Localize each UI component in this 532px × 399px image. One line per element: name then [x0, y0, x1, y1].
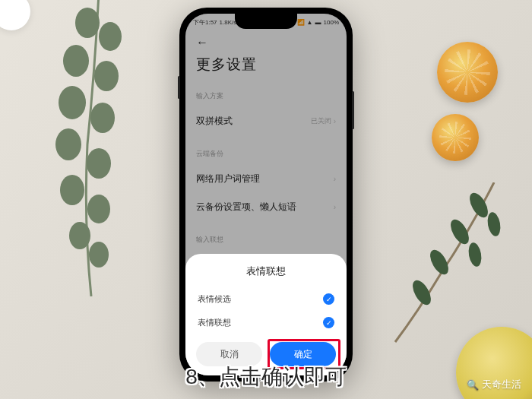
check-icon: ✓ — [323, 293, 334, 305]
watermark: 🔍 天奇生活 — [467, 378, 521, 391]
bottom-sheet: 表情联想 表情候选 ✓ 表情联想 ✓ 取消 确定 — [185, 254, 347, 375]
svg-point-16 — [486, 211, 502, 237]
option-emoji-candidate[interactable]: 表情候选 ✓ — [196, 287, 336, 311]
phone-side-button — [178, 76, 180, 99]
phone-frame: 下午1:57 1.8K/s ⏰ 📶 ▲ ▬ 100% ← 更多设置 输入方案 双… — [179, 8, 353, 382]
check-icon: ✓ — [323, 317, 334, 328]
svg-point-3 — [94, 61, 119, 91]
svg-point-5 — [90, 103, 115, 133]
svg-point-9 — [87, 195, 110, 223]
svg-point-7 — [87, 148, 111, 179]
phone-notch — [235, 14, 297, 29]
option-label: 表情联想 — [198, 317, 231, 328]
option-label: 表情候选 — [198, 293, 231, 305]
deco-orange-slice — [437, 42, 498, 103]
deco-twig — [380, 182, 517, 350]
svg-point-17 — [467, 242, 483, 268]
deco-circle — [0, 0, 30, 30]
phone-side-button — [352, 91, 354, 129]
watermark-text: 天奇生活 — [482, 378, 521, 391]
svg-point-4 — [59, 86, 86, 119]
screen: 下午1:57 1.8K/s ⏰ 📶 ▲ ▬ 100% ← 更多设置 输入方案 双… — [185, 14, 347, 375]
option-emoji-assoc[interactable]: 表情联想 ✓ — [196, 311, 336, 334]
svg-point-6 — [55, 128, 81, 160]
svg-point-11 — [89, 242, 109, 268]
svg-point-10 — [69, 222, 90, 249]
deco-eucalyptus — [23, 0, 175, 296]
svg-point-8 — [60, 175, 84, 205]
deco-orange-slice — [432, 114, 479, 161]
svg-point-0 — [75, 8, 100, 38]
sheet-title: 表情联想 — [196, 264, 336, 278]
svg-point-1 — [99, 22, 122, 51]
svg-point-2 — [63, 45, 89, 77]
tutorial-caption: 8、点击确认即可 — [185, 363, 347, 391]
search-icon: 🔍 — [467, 379, 479, 391]
